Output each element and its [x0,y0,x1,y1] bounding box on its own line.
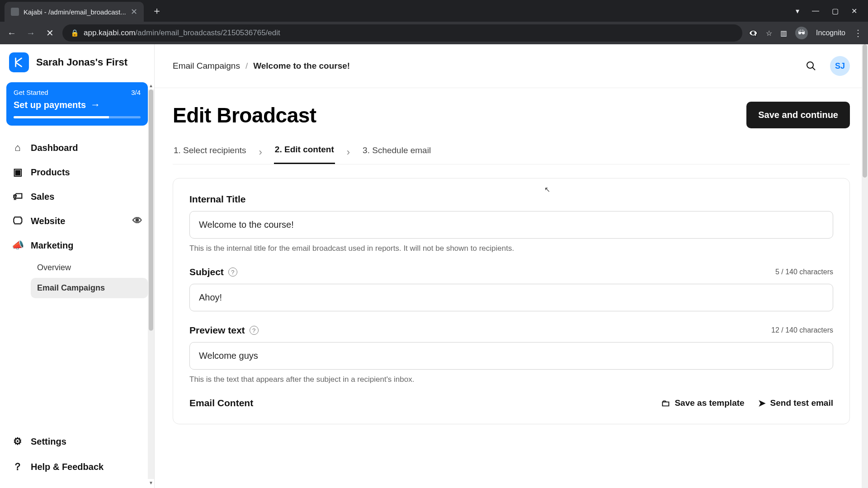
breadcrumb-separator: / [245,61,248,71]
new-tab-button[interactable]: ＋ [152,4,162,18]
sidebar-item-label: Sales [31,192,54,202]
brand[interactable]: Sarah Jonas's First [0,52,154,82]
field-preview-text: Preview text ? 12 / 140 characters This … [189,325,833,384]
help-icon[interactable]: ? [228,267,237,277]
subject-input[interactable] [189,284,833,311]
sidebar-item-dashboard[interactable]: ⌂ Dashboard [6,136,148,160]
sidebar-item-website[interactable]: 🖵 Website 👁 [6,209,148,233]
step-schedule[interactable]: 3. Schedule email [362,141,432,164]
app-root: Sarah Jonas's First Get Started 3/4 Set … [0,44,868,488]
sidebar-item-settings[interactable]: ⚙ Settings [6,429,148,454]
email-content-label: Email Content [189,398,253,408]
internal-title-helper: This is the internal title for the email… [189,244,833,253]
send-test-email-button[interactable]: ➤ Send test email [758,398,833,408]
sidebar-item-label: Help & Feedback [31,462,104,472]
save-template-label: Save as template [675,398,744,408]
stepper: 1. Select recipients › 2. Edit content ›… [173,140,850,164]
chevron-right-icon: › [259,146,262,158]
progress-bar [14,116,141,118]
breadcrumb-root[interactable]: Email Campaigns [173,61,240,71]
bookmark-icon[interactable]: ☆ [766,29,772,38]
avatar[interactable]: SJ [830,56,850,76]
close-icon[interactable]: ✕ [131,7,137,17]
page-title: Edit Broadcast [173,103,316,127]
gear-icon: ⚙ [12,436,24,447]
site-name: Sarah Jonas's First [36,56,127,68]
topbar: Email Campaigns / Welcome to the course!… [155,44,868,88]
get-started-label: Get Started [14,89,48,96]
chevron-right-icon: › [347,146,350,158]
scroll-down-icon[interactable]: ▼ [148,480,154,485]
close-window-icon[interactable]: ✕ [851,7,857,15]
help-icon: ？ [12,460,24,474]
address-bar: ← → ✕ 🔒 app.kajabi.com/admin/email_broad… [0,22,868,44]
sidebar-item-label: Marketing [31,240,73,251]
step-recipients[interactable]: 1. Select recipients [173,141,247,164]
tab-title: Kajabi - /admin/email_broadcast... [24,8,126,16]
preview-input[interactable] [189,342,833,370]
eye-off-icon[interactable]: 👁‍🗨 [749,29,758,38]
brand-logo [9,52,29,72]
browser-chrome: Kajabi - /admin/email_broadcast... ✕ ＋ ▾… [0,0,868,44]
sidebar-scrollbar[interactable]: ▲ ▼ [148,89,154,479]
email-content-header: Email Content 🗀 Save as template ➤ Send … [189,398,833,408]
content: Edit Broadcast Save and continue 1. Sele… [155,88,868,438]
search-icon[interactable] [806,61,816,71]
field-internal-title: Internal Title This is the internal titl… [189,194,833,253]
incognito-icon[interactable]: 🕶 [795,27,808,39]
subnav-email-campaigns[interactable]: Email Campaigns [31,278,148,298]
sidebar-item-label: Products [31,167,70,178]
subnav-overview[interactable]: Overview [31,258,148,278]
preview-char-count: 12 / 140 characters [771,326,833,334]
subject-label: Subject [189,267,224,277]
main-scrollbar[interactable] [862,44,868,488]
save-as-template-button[interactable]: 🗀 Save as template [661,398,744,408]
arrow-right-icon: → [90,99,100,111]
sidebar: Sarah Jonas's First Get Started 3/4 Set … [0,44,155,488]
internal-title-input[interactable] [189,211,833,239]
sidebar-item-label: Dashboard [31,143,78,153]
tag-icon: 🏷 [12,191,24,202]
chevron-down-icon[interactable]: ▾ [796,7,799,15]
get-started-cta: Set up payments [14,100,86,110]
scrollbar-thumb[interactable] [863,44,867,178]
get-started-card[interactable]: Get Started 3/4 Set up payments → [6,82,148,126]
maximize-icon[interactable]: ▢ [832,7,839,15]
save-continue-button[interactable]: Save and continue [746,102,850,128]
forward-button[interactable]: → [24,28,37,38]
lock-icon: 🔒 [71,29,79,37]
svg-line-1 [812,67,815,70]
breadcrumb-current: Welcome to the course! [253,61,350,71]
form-card: Internal Title This is the internal titl… [173,178,850,424]
marketing-subnav: Overview Email Campaigns [6,258,148,298]
step-edit-content[interactable]: 2. Edit content [274,140,335,164]
stop-reload-button[interactable]: ✕ [43,28,56,38]
sidebar-item-label: Website [31,216,65,226]
subject-char-count: 5 / 140 characters [775,268,833,276]
sidebar-item-products[interactable]: ▣ Products [6,160,148,184]
scroll-up-icon[interactable]: ▲ [148,83,154,88]
back-button[interactable]: ← [5,28,18,38]
scrollbar-thumb[interactable] [149,89,153,331]
help-icon[interactable]: ? [250,326,259,335]
minimize-icon[interactable]: — [812,7,819,15]
breadcrumb: Email Campaigns / Welcome to the course! [173,61,350,71]
sidebar-item-label: Settings [31,436,66,447]
extensions-icon[interactable]: ▥ [780,29,787,38]
svg-point-0 [807,62,813,68]
sidebar-item-sales[interactable]: 🏷 Sales [6,184,148,209]
eye-icon[interactable]: 👁 [132,215,142,227]
url-input[interactable]: 🔒 app.kajabi.com/admin/email_broadcasts/… [62,24,742,42]
window-controls: ▾ — ▢ ✕ [796,7,863,15]
favicon-icon [11,8,19,16]
browser-menu-button[interactable]: ⋮ [854,28,863,38]
sidebar-item-marketing[interactable]: 📣 Marketing [6,233,148,258]
home-icon: ⌂ [12,142,24,154]
browser-tab[interactable]: Kajabi - /admin/email_broadcast... ✕ [5,2,144,22]
sidebar-item-help[interactable]: ？ Help & Feedback [6,454,148,480]
monitor-icon: 🖵 [12,215,24,227]
url-text: app.kajabi.com/admin/email_broadcasts/21… [84,28,280,38]
send-test-label: Send test email [770,398,833,408]
folder-icon: 🗀 [661,398,670,408]
tab-bar: Kajabi - /admin/email_broadcast... ✕ ＋ ▾… [0,0,868,22]
